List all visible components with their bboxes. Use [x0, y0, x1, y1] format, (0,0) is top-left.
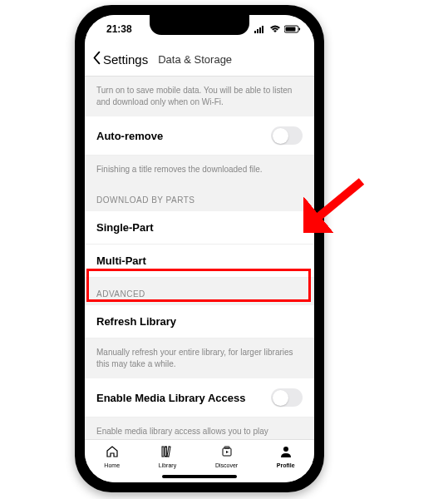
multi-part-row[interactable]: Multi-Part: [85, 245, 314, 278]
page-title: Data & Storage: [158, 53, 232, 66]
svg-rect-0: [254, 31, 256, 33]
wifi-description: Turn on to save mobile data. You will be…: [85, 77, 314, 116]
tab-discover[interactable]: Discover: [215, 445, 238, 468]
refresh-library-description: Manually refresh your entire library, fo…: [85, 338, 314, 378]
tab-discover-label: Discover: [215, 462, 238, 468]
svg-line-15: [313, 181, 362, 221]
back-button[interactable]: Settings: [91, 51, 158, 68]
media-access-description: Enable media library access allows you t…: [85, 417, 314, 439]
media-access-toggle[interactable]: [271, 388, 303, 407]
battery-icon: [284, 25, 301, 33]
tab-library-label: Library: [159, 462, 176, 468]
section-advanced: ADVANCED: [85, 278, 314, 305]
chevron-left-icon: [91, 51, 101, 68]
tab-profile-label: Profile: [277, 462, 295, 468]
tab-profile[interactable]: Profile: [277, 445, 295, 468]
svg-rect-5: [286, 27, 296, 32]
home-icon: [106, 445, 119, 462]
svg-rect-7: [162, 447, 164, 457]
wifi-icon: [269, 25, 281, 33]
signal-icon: [254, 25, 266, 33]
svg-rect-2: [259, 27, 261, 33]
annotation-arrow: [303, 175, 370, 233]
single-part-label: Single-Part: [96, 221, 154, 234]
auto-remove-label: Auto-remove: [96, 130, 163, 142]
phone-frame: 21:38 Settings Data & Storage Turn on to: [75, 5, 324, 492]
toggle-knob: [273, 390, 288, 406]
media-access-row[interactable]: Enable Media Library Access: [85, 378, 314, 417]
svg-point-13: [283, 447, 288, 452]
discover-icon: [220, 445, 234, 462]
nav-header: Settings Data & Storage: [85, 43, 314, 77]
svg-rect-8: [165, 447, 167, 457]
profile-icon: [279, 445, 293, 462]
single-part-row[interactable]: Single-Part: [85, 211, 314, 245]
back-label: Settings: [103, 52, 148, 67]
content-scroll[interactable]: Turn on to save mobile data. You will be…: [85, 77, 314, 439]
svg-rect-6: [299, 28, 301, 31]
tab-home[interactable]: Home: [104, 445, 120, 468]
svg-rect-1: [257, 29, 258, 33]
svg-rect-11: [224, 447, 229, 448]
auto-remove-row[interactable]: Auto-remove: [85, 116, 314, 156]
tab-home-label: Home: [104, 462, 120, 468]
auto-remove-description: Finishing a title removes the downloaded…: [85, 156, 314, 184]
multi-part-label: Multi-Part: [96, 254, 146, 267]
auto-remove-toggle[interactable]: [271, 126, 303, 145]
media-access-label: Enable Media Library Access: [96, 392, 245, 404]
svg-rect-9: [167, 447, 170, 457]
status-time: 21:38: [98, 23, 132, 35]
phone-body: 21:38 Settings Data & Storage Turn on to: [85, 15, 314, 482]
screen: 21:38 Settings Data & Storage Turn on to: [85, 15, 314, 482]
notch: [150, 15, 249, 35]
home-indicator[interactable]: [162, 475, 237, 478]
library-icon: [160, 445, 174, 462]
refresh-library-label: Refresh Library: [96, 315, 176, 328]
section-download-by-parts: DOWNLOAD BY PARTS: [85, 184, 314, 211]
toggle-knob: [273, 128, 288, 144]
refresh-library-row[interactable]: Refresh Library: [85, 305, 314, 338]
svg-marker-12: [226, 451, 229, 453]
svg-rect-3: [262, 26, 263, 33]
tab-library[interactable]: Library: [159, 445, 176, 468]
status-icons: [254, 25, 301, 33]
